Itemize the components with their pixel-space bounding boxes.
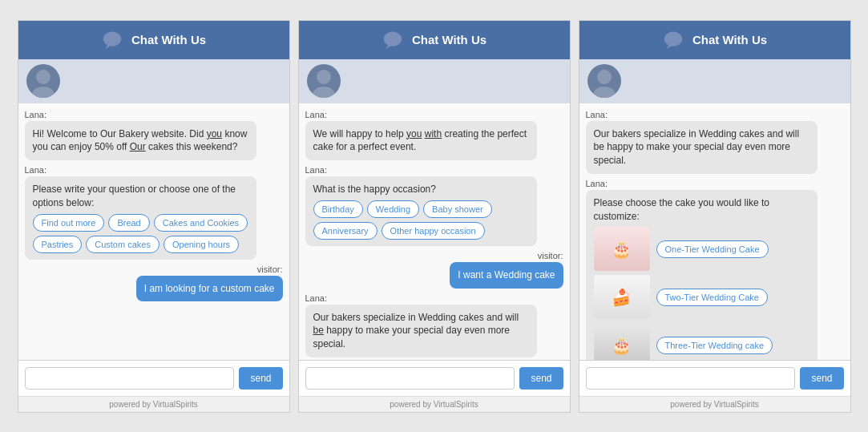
svg-point-8 <box>664 31 682 46</box>
cake-decor-3: 🎂 <box>594 323 650 359</box>
avatar-bar-3 <box>579 59 850 103</box>
header-title-3: Chat With Us <box>692 33 767 46</box>
sender-lana-4: Lana: <box>305 165 563 175</box>
svg-point-10 <box>597 70 612 84</box>
option-custom-cakes[interactable]: Custom cakes <box>86 236 159 253</box>
visitor-bubble-2: I want a Wedding cake <box>450 262 563 289</box>
svg-point-0 <box>103 31 121 46</box>
chat-bubble-icon <box>101 29 123 51</box>
bot-bubble-3: We will happy to help you with creating … <box>305 121 538 161</box>
input-area-1: send <box>18 360 289 396</box>
avatar-2 <box>307 64 341 98</box>
option-find-out-more[interactable]: Find out more <box>33 214 105 232</box>
bot-bubble-5: Our bakers specialize in Wedding cakes a… <box>305 305 538 357</box>
option-opening-hours[interactable]: Opening hours <box>164 236 239 253</box>
messages-2: Lana: We will happy to help you with cre… <box>299 103 570 360</box>
bot-message-group-4: Lana: What is the happy occasion? Birthd… <box>305 165 563 246</box>
bot-message-group-1: Lana: Hi! Welcome to Our Bakery website.… <box>25 110 283 161</box>
cake-option-row-2: 🍰 Two-Tier Wedding Cake <box>594 275 810 319</box>
options-row-2: Birthday Wedding Baby shower Anniversary… <box>313 200 530 240</box>
cake-option-row-1: 🎂 One-Tier Wedding Cake <box>594 227 810 271</box>
visitor-message-group-1: visitor: I am looking for a custom cake <box>25 264 283 302</box>
bot-bubble-1: Hi! Welcome to Our Bakery website. Did y… <box>25 121 257 161</box>
chat-input-1[interactable] <box>25 367 235 390</box>
chat-header-1: Chat With Us <box>18 21 289 59</box>
powered-by-1: powered by VirtualSpirits <box>18 396 289 412</box>
bot-bubble-4: What is the happy occasion? Birthday Wed… <box>305 176 538 246</box>
option-birthday[interactable]: Birthday <box>313 200 363 218</box>
chat-widget-3: Chat With Us Lana: Our bakers specialize… <box>579 20 851 413</box>
messages-3: Lana: Our bakers specialize in Wedding c… <box>579 103 850 360</box>
option-anniversary[interactable]: Anniversary <box>313 222 377 240</box>
chat-widget-1: Chat With Us Lana: Hi! Welcome to Our Ba… <box>18 20 290 413</box>
cake-decor-1: 🎂 <box>594 227 650 271</box>
options-row-1: Find out more Bread Cakes and Cookies Pa… <box>33 214 249 253</box>
svg-point-11 <box>593 87 616 98</box>
chat-header-2: Chat With Us <box>299 21 570 59</box>
header-title-2: Chat With Us <box>412 33 486 46</box>
chat-input-2[interactable] <box>305 367 515 390</box>
svg-point-7 <box>313 87 335 98</box>
visitor-label-1: visitor: <box>257 264 283 274</box>
messages-1: Lana: Hi! Welcome to Our Bakery website.… <box>18 103 289 360</box>
cake-thumb-3: 🎂 <box>594 323 650 359</box>
bot-message-group-3: Lana: We will happy to help you with cre… <box>305 110 563 161</box>
chat-widget-2: Chat With Us Lana: We will happy to help… <box>298 20 571 413</box>
sender-lana-7: Lana: <box>586 179 844 188</box>
svg-point-4 <box>384 31 402 46</box>
avatar-bar-2 <box>299 59 570 103</box>
chat-input-3[interactable] <box>586 367 796 390</box>
visitor-label-2: visitor: <box>538 251 563 260</box>
avatar-1 <box>26 64 60 98</box>
send-button-1[interactable]: send <box>239 367 282 390</box>
option-three-tier-cake[interactable]: Three-Tier Wedding cake <box>656 337 773 354</box>
bot-message-group-7: Lana: Please choose the cake you would l… <box>586 179 844 360</box>
svg-point-6 <box>317 70 331 84</box>
input-area-2: send <box>299 360 570 396</box>
chat-header-3: Chat With Us <box>579 21 850 59</box>
option-pastries[interactable]: Pastries <box>33 236 83 253</box>
send-button-3[interactable]: send <box>800 367 843 390</box>
sender-lana-2: Lana: <box>25 165 283 175</box>
chat-widgets-container: Chat With Us Lana: Hi! Welcome to Our Ba… <box>0 12 868 421</box>
avatar-bar-1 <box>18 59 289 103</box>
svg-marker-5 <box>386 44 392 49</box>
sender-lana-1: Lana: <box>25 110 283 119</box>
header-title-1: Chat With Us <box>131 33 206 46</box>
cake-decor-2: 🍰 <box>594 275 650 319</box>
svg-marker-9 <box>666 44 672 49</box>
option-two-tier-cake[interactable]: Two-Tier Wedding Cake <box>656 289 768 306</box>
avatar-3 <box>587 64 621 98</box>
sender-lana-5: Lana: <box>305 293 563 303</box>
send-button-2[interactable]: send <box>519 367 563 390</box>
option-wedding[interactable]: Wedding <box>367 200 419 218</box>
bot-bubble-2: Please write your question or choose one… <box>25 176 257 260</box>
bot-message-group-2: Lana: Please write your question or choo… <box>25 165 283 260</box>
option-bread[interactable]: Bread <box>108 214 149 232</box>
powered-by-3: powered by VirtualSpirits <box>579 396 850 412</box>
svg-point-3 <box>32 87 55 98</box>
bot-message-group-6: Lana: Our bakers specialize in Wedding c… <box>586 110 844 174</box>
cake-thumb-1: 🎂 <box>594 227 650 271</box>
powered-by-2: powered by VirtualSpirits <box>299 396 570 412</box>
input-area-3: send <box>579 360 850 396</box>
chat-bubble-icon-3 <box>662 29 684 51</box>
sender-lana-3: Lana: <box>305 110 563 119</box>
option-one-tier-cake[interactable]: One-Tier Wedding Cake <box>656 240 769 258</box>
option-baby-shower[interactable]: Baby shower <box>423 200 492 218</box>
cake-thumb-2: 🍰 <box>594 275 650 319</box>
sender-lana-6: Lana: <box>586 110 844 119</box>
cake-option-row-3: 🎂 Three-Tier Wedding cake <box>594 323 810 359</box>
visitor-message-group-2: visitor: I want a Wedding cake <box>305 251 563 289</box>
svg-point-2 <box>36 70 50 84</box>
visitor-bubble-1: I am looking for a custom cake <box>136 276 283 302</box>
bot-bubble-7: Please choose the cake you would like to… <box>586 190 818 360</box>
option-cakes-cookies[interactable]: Cakes and Cookies <box>154 214 248 232</box>
bot-message-group-5: Lana: Our bakers specialize in Wedding c… <box>305 293 563 357</box>
bot-bubble-6: Our bakers specialize in Wedding cakes a… <box>586 121 818 174</box>
chat-bubble-icon-2 <box>382 29 404 51</box>
option-other-occasion[interactable]: Other happy occasion <box>382 222 485 240</box>
